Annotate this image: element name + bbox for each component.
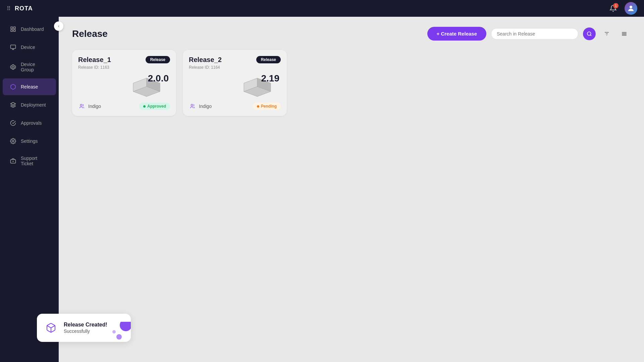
drag-icon: ⠿ [7,5,11,12]
svg-point-10 [12,140,14,142]
create-release-button[interactable]: + Create Release [427,27,487,41]
sidebar-item-release[interactable]: Release [3,78,56,95]
sidebar-item-label: Release [21,84,38,89]
header-actions: + Create Release [427,27,631,41]
search-box [491,28,578,40]
card-team-name-1: Indigo [88,104,101,109]
device-group-icon [9,63,17,71]
sidebar: ‹ Dashboard Device [0,17,59,362]
page-title: Release [72,28,108,39]
svg-rect-1 [11,27,12,28]
topbar-left: ⠿ ROTA [7,5,33,12]
svg-point-30 [191,104,193,106]
status-label-1: Approved [147,104,166,109]
svg-point-34 [112,330,116,334]
sidebar-item-label: Support Ticket [21,156,49,166]
svg-line-15 [590,35,591,36]
sidebar-item-approvals[interactable]: Approvals [3,115,56,131]
sidebar-item-device-group[interactable]: Device Group [3,57,56,77]
svg-point-0 [630,6,632,8]
content-header: Release + Create Release [72,27,631,41]
main-layout: ‹ Dashboard Device [0,17,644,362]
deployment-icon [9,101,17,109]
toast-notification: Release Created! Successfully [59,314,131,342]
card-header-1: Release_1 Release [78,56,170,64]
card-team-1: Indigo [78,103,101,110]
notification-badge: 1 [613,3,619,8]
app-logo: ROTA [15,5,33,12]
team-icon-2 [189,103,196,110]
sidebar-item-label: Dashboard [21,26,44,32]
card-visual-2: 2.19 [189,73,281,100]
svg-point-33 [116,334,122,340]
settings-icon [9,137,17,145]
card-version-1: 2.0.0 [148,73,169,84]
sidebar-item-label: Settings [21,138,38,144]
svg-point-26 [80,104,82,106]
sidebar-item-device[interactable]: Device [3,39,56,56]
sidebar-item-support-ticket[interactable]: Support Ticket [3,151,56,171]
cards-grid: Release_1 Release Release ID: 1163 2.0.0 [72,50,631,116]
dashboard-icon [9,25,17,33]
svg-rect-4 [14,30,15,32]
approvals-icon [9,119,17,127]
sidebar-item-label: Device Group [21,62,49,72]
sidebar-item-label: Approvals [21,120,42,126]
card-header-2: Release_2 Release [189,56,281,64]
svg-marker-8 [11,65,16,70]
status-badge-2: Pending [253,103,281,110]
sidebar-item-deployment[interactable]: Deployment [3,97,56,113]
list-view-button[interactable] [618,27,631,40]
card-team-name-2: Indigo [199,104,212,109]
sidebar-item-label: Device [21,45,35,50]
card-badge-2: Release [256,56,281,63]
toast-decoration [107,322,131,342]
card-id-2: Release ID: 1164 [189,65,281,70]
sidebar-item-dashboard[interactable]: Dashboard [3,21,56,38]
svg-rect-5 [11,45,16,49]
device-icon [9,44,17,51]
avatar[interactable] [625,2,637,15]
svg-point-32 [120,322,131,331]
search-button[interactable] [583,27,596,40]
topbar: ⠿ ROTA 1 [0,0,644,17]
card-id-1: Release ID: 1163 [78,65,170,70]
release-card-2[interactable]: Release_2 Release Release ID: 1164 2.19 [183,50,287,116]
card-badge-1: Release [146,56,170,63]
release-icon [9,83,17,90]
status-dot-1 [143,105,146,108]
filter-button[interactable] [600,27,613,40]
svg-rect-2 [14,27,15,28]
svg-rect-3 [11,30,12,32]
main-content: Release + Create Release [59,17,644,362]
status-badge-1: Approved [139,103,170,110]
search-input[interactable] [497,31,573,37]
topbar-right: 1 [607,2,637,15]
card-team-2: Indigo [189,103,212,110]
status-dot-2 [257,105,259,108]
status-label-2: Pending [261,104,277,109]
release-card-1[interactable]: Release_1 Release Release ID: 1163 2.0.0 [72,50,176,116]
notification-button[interactable]: 1 [607,2,619,14]
sidebar-item-label: Deployment [21,102,46,108]
card-title-2: Release_2 [189,56,222,64]
card-footer-1: Indigo Approved [78,103,170,110]
sidebar-toggle[interactable]: ‹ [54,21,63,31]
card-version-2: 2.19 [261,73,280,84]
svg-marker-9 [12,66,14,68]
sidebar-item-settings[interactable]: Settings [3,133,56,149]
support-ticket-icon [9,157,17,165]
svg-point-14 [587,32,591,36]
card-footer-2: Indigo Pending [189,103,281,110]
card-visual-1: 2.0.0 [78,73,170,100]
card-title-1: Release_1 [78,56,111,64]
team-icon-1 [78,103,86,110]
